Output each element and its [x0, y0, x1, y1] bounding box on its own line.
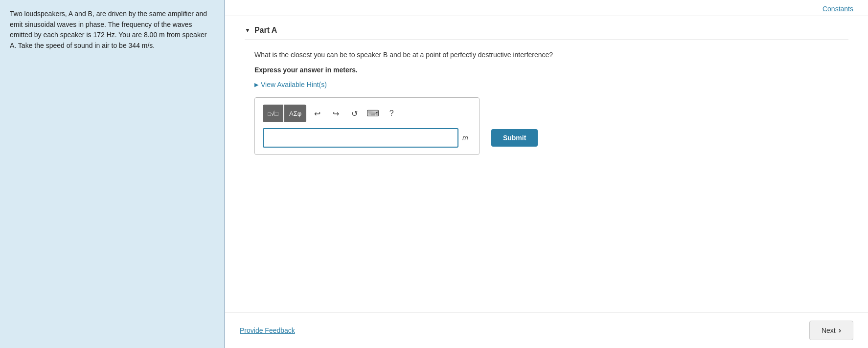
- undo-button[interactable]: ↩: [309, 105, 325, 122]
- formula-buttons: □√□ ΑΣφ: [263, 105, 306, 122]
- constants-link[interactable]: Constants: [822, 5, 853, 13]
- right-panel: Constants ▼ Part A What is the closest y…: [225, 0, 868, 348]
- greek-btn[interactable]: ΑΣφ: [284, 105, 306, 122]
- bottom-bar: Provide Feedback Next ›: [225, 312, 868, 348]
- problem-description: Two loudspeakers, A and B, are driven by…: [0, 0, 225, 348]
- unit-label: m: [462, 134, 468, 142]
- input-row: m: [263, 128, 471, 148]
- redo-button[interactable]: ↪: [328, 105, 343, 122]
- question-text: What is the closest you can be to speake…: [254, 50, 848, 60]
- part-title: Part A: [254, 26, 277, 35]
- hint-link[interactable]: ▶ View Available Hint(s): [254, 81, 848, 88]
- next-button[interactable]: Next ›: [809, 321, 853, 340]
- next-label: Next: [822, 326, 836, 334]
- main-content: ▼ Part A What is the closest you can be …: [225, 16, 868, 312]
- formula-btn[interactable]: □√□: [263, 105, 283, 122]
- hint-arrow-icon: ▶: [254, 82, 258, 88]
- math-toolbar: □√□ ΑΣφ ↩ ↪ ↺ ⌨: [263, 105, 471, 122]
- reset-button[interactable]: ↺: [346, 105, 362, 122]
- answer-box: □√□ ΑΣφ ↩ ↪ ↺ ⌨: [254, 97, 480, 155]
- help-button[interactable]: ?: [384, 105, 399, 122]
- problem-text: Two loudspeakers, A and B, are driven by…: [10, 9, 214, 51]
- reset-icon: ↺: [351, 109, 358, 118]
- help-icon: ?: [389, 109, 394, 118]
- part-header: ▼ Part A: [245, 26, 848, 40]
- keyboard-button[interactable]: ⌨: [365, 105, 381, 122]
- part-collapse-icon[interactable]: ▼: [245, 27, 251, 34]
- express-answer-label: Express your answer in meters.: [254, 66, 848, 74]
- submit-button[interactable]: Submit: [491, 129, 538, 147]
- hint-label: View Available Hint(s): [261, 81, 327, 88]
- redo-icon: ↪: [333, 109, 339, 118]
- feedback-link[interactable]: Provide Feedback: [240, 326, 295, 334]
- top-bar: Constants: [225, 0, 868, 16]
- undo-icon: ↩: [314, 109, 320, 118]
- answer-input[interactable]: [263, 128, 458, 148]
- keyboard-icon: ⌨: [366, 108, 379, 119]
- formula-icon: □√□: [268, 110, 278, 117]
- next-chevron-icon: ›: [839, 326, 841, 335]
